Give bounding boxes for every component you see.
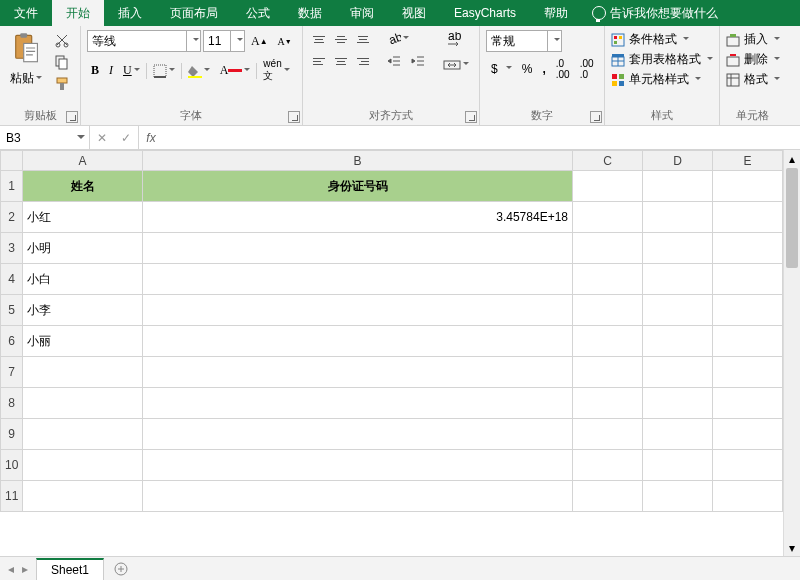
- align-bottom-button[interactable]: [353, 30, 373, 48]
- number-launcher[interactable]: [590, 111, 602, 123]
- phonetic-button[interactable]: wén文: [259, 56, 293, 85]
- cell[interactable]: [713, 171, 783, 202]
- cell[interactable]: [643, 171, 713, 202]
- align-center-button[interactable]: [331, 52, 351, 70]
- cell[interactable]: [713, 481, 783, 512]
- row-header[interactable]: 7: [1, 357, 23, 388]
- select-all-corner[interactable]: [1, 151, 23, 171]
- cell[interactable]: [143, 264, 573, 295]
- cell[interactable]: [713, 357, 783, 388]
- enter-formula-button[interactable]: ✓: [114, 131, 138, 145]
- font-name-combo[interactable]: 等线: [87, 30, 201, 52]
- spreadsheet-grid[interactable]: A B C D E 1姓名身份证号码2小红3.45784E+183小明4小白5小…: [0, 150, 783, 512]
- cell[interactable]: 小红: [23, 202, 143, 233]
- new-sheet-button[interactable]: [104, 557, 138, 580]
- conditional-formatting-button[interactable]: 条件格式: [611, 30, 713, 49]
- increase-indent-button[interactable]: [407, 52, 429, 70]
- cancel-formula-button[interactable]: ✕: [90, 131, 114, 145]
- cell[interactable]: [713, 326, 783, 357]
- row-header[interactable]: 4: [1, 264, 23, 295]
- font-launcher[interactable]: [288, 111, 300, 123]
- align-right-button[interactable]: [353, 52, 373, 70]
- scroll-thumb[interactable]: [786, 168, 798, 268]
- clipboard-launcher[interactable]: [66, 111, 78, 123]
- orientation-button[interactable]: ab: [383, 30, 413, 48]
- cell[interactable]: [573, 202, 643, 233]
- tab-home[interactable]: 开始: [52, 0, 104, 26]
- underline-button[interactable]: U: [119, 61, 144, 80]
- cell[interactable]: [23, 450, 143, 481]
- increase-font-button[interactable]: A▲: [247, 32, 272, 51]
- decrease-font-button[interactable]: A▼: [274, 34, 296, 49]
- cell[interactable]: [573, 326, 643, 357]
- cell[interactable]: [713, 419, 783, 450]
- wrap-text-button[interactable]: ab: [439, 30, 473, 52]
- scroll-up-icon[interactable]: ▴: [784, 150, 800, 167]
- align-middle-button[interactable]: [331, 30, 351, 48]
- cell[interactable]: [713, 450, 783, 481]
- cell[interactable]: [643, 233, 713, 264]
- format-cells-button[interactable]: 格式: [726, 70, 780, 89]
- cell[interactable]: 身份证号码: [143, 171, 573, 202]
- fx-icon[interactable]: fx: [139, 126, 163, 149]
- row-header[interactable]: 10: [1, 450, 23, 481]
- format-painter-button[interactable]: [50, 74, 74, 94]
- cell[interactable]: [713, 388, 783, 419]
- cell[interactable]: [23, 388, 143, 419]
- sheet-nav-next[interactable]: ▸: [22, 562, 28, 576]
- font-color-button[interactable]: A: [216, 61, 255, 80]
- decrease-decimal-button[interactable]: .00.0: [576, 56, 598, 82]
- borders-button[interactable]: [149, 62, 179, 80]
- tab-formulas[interactable]: 公式: [232, 0, 284, 26]
- formula-bar[interactable]: [163, 126, 800, 149]
- cell[interactable]: [143, 450, 573, 481]
- align-top-button[interactable]: [309, 30, 329, 48]
- cell[interactable]: 小李: [23, 295, 143, 326]
- copy-button[interactable]: [50, 52, 74, 72]
- row-header[interactable]: 8: [1, 388, 23, 419]
- cell[interactable]: [643, 388, 713, 419]
- scroll-down-icon[interactable]: ▾: [784, 539, 800, 556]
- row-header[interactable]: 6: [1, 326, 23, 357]
- cell[interactable]: 小丽: [23, 326, 143, 357]
- row-header[interactable]: 11: [1, 481, 23, 512]
- tab-data[interactable]: 数据: [284, 0, 336, 26]
- tab-review[interactable]: 审阅: [336, 0, 388, 26]
- cell[interactable]: 3.45784E+18: [143, 202, 573, 233]
- cell[interactable]: [143, 295, 573, 326]
- cell[interactable]: [23, 419, 143, 450]
- fill-color-button[interactable]: [184, 62, 214, 80]
- cell[interactable]: [143, 481, 573, 512]
- sheet-tab-1[interactable]: Sheet1: [36, 558, 104, 580]
- cell[interactable]: [573, 295, 643, 326]
- cell[interactable]: [573, 357, 643, 388]
- cell[interactable]: [143, 326, 573, 357]
- cell[interactable]: [573, 419, 643, 450]
- sheet-nav-prev[interactable]: ◂: [8, 562, 14, 576]
- col-header-e[interactable]: E: [713, 151, 783, 171]
- row-header[interactable]: 9: [1, 419, 23, 450]
- tab-file[interactable]: 文件: [0, 0, 52, 26]
- tell-me-search[interactable]: 告诉我你想要做什么: [582, 0, 728, 26]
- alignment-launcher[interactable]: [465, 111, 477, 123]
- cell[interactable]: [23, 357, 143, 388]
- row-header[interactable]: 1: [1, 171, 23, 202]
- format-as-table-button[interactable]: 套用表格格式: [611, 50, 713, 69]
- cell[interactable]: [643, 450, 713, 481]
- cut-button[interactable]: [50, 30, 74, 50]
- cell[interactable]: 小白: [23, 264, 143, 295]
- cell[interactable]: [573, 450, 643, 481]
- cell[interactable]: [643, 357, 713, 388]
- cell[interactable]: [643, 481, 713, 512]
- cell[interactable]: [573, 264, 643, 295]
- cell[interactable]: [643, 295, 713, 326]
- cell[interactable]: [143, 233, 573, 264]
- name-box[interactable]: B3: [0, 126, 90, 149]
- accounting-format-button[interactable]: $: [486, 60, 516, 78]
- cell[interactable]: 小明: [23, 233, 143, 264]
- cell[interactable]: [23, 481, 143, 512]
- bold-button[interactable]: B: [87, 61, 103, 80]
- delete-cells-button[interactable]: 删除: [726, 50, 780, 69]
- col-header-a[interactable]: A: [23, 151, 143, 171]
- cell[interactable]: [573, 388, 643, 419]
